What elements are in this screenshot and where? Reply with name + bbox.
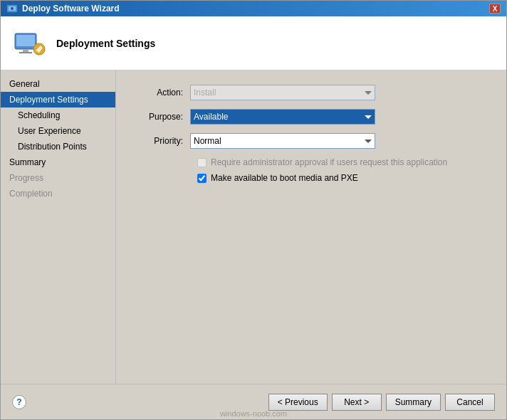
- boot-media-checkbox[interactable]: [197, 174, 207, 183]
- help-button[interactable]: ?: [12, 395, 26, 409]
- priority-label: Priority:: [133, 136, 190, 146]
- svg-point-2: [11, 7, 14, 10]
- admin-approval-checkbox[interactable]: [197, 158, 207, 167]
- wizard-window: Deploy Software Wizard X Deployment Sett…: [0, 0, 507, 420]
- sidebar-item-deployment-settings[interactable]: Deployment Settings: [1, 92, 115, 107]
- close-button[interactable]: X: [489, 4, 501, 14]
- action-control: Install: [190, 85, 375, 100]
- sidebar-item-scheduling[interactable]: Scheduling: [1, 107, 115, 123]
- content-area: General Deployment Settings Scheduling U…: [1, 70, 506, 384]
- header-icon: [12, 26, 46, 61]
- previous-button[interactable]: < Previous: [268, 394, 328, 411]
- purpose-control: Required Available: [190, 109, 375, 125]
- action-label: Action:: [133, 88, 190, 98]
- priority-row: Priority: Low Normal High: [133, 133, 489, 149]
- titlebar: Deploy Software Wizard X: [1, 1, 506, 16]
- boot-media-label: Make available to boot media and PXE: [211, 173, 358, 183]
- window-title: Deploy Software Wizard: [22, 4, 120, 14]
- svg-rect-5: [23, 49, 28, 52]
- sidebar-item-completion: Completion: [1, 186, 115, 201]
- header-banner: Deployment Settings: [1, 16, 506, 70]
- purpose-select[interactable]: Required Available: [190, 109, 375, 125]
- svg-rect-4: [16, 35, 35, 46]
- purpose-row: Purpose: Required Available: [133, 109, 489, 125]
- window-icon: [6, 3, 18, 14]
- sidebar-item-general[interactable]: General: [1, 76, 115, 92]
- admin-approval-label: Require administrator approval if users …: [211, 157, 447, 167]
- priority-select[interactable]: Low Normal High: [190, 133, 375, 149]
- sidebar-item-distribution-points[interactable]: Distribution Points: [1, 139, 115, 154]
- titlebar-left: Deploy Software Wizard: [6, 3, 120, 14]
- cancel-button[interactable]: Cancel: [445, 394, 495, 411]
- admin-approval-row: Require administrator approval if users …: [197, 157, 489, 167]
- footer: ? < Previous Next > Summary Cancel windo…: [1, 384, 506, 419]
- header-title: Deployment Settings: [56, 38, 155, 49]
- purpose-label: Purpose:: [133, 112, 190, 122]
- priority-control: Low Normal High: [190, 133, 375, 149]
- summary-button[interactable]: Summary: [386, 394, 441, 411]
- next-button[interactable]: Next >: [332, 394, 382, 411]
- sidebar-item-summary[interactable]: Summary: [1, 154, 115, 170]
- watermark: windows-noob.com: [220, 409, 287, 418]
- action-row: Action: Install: [133, 85, 489, 100]
- sidebar-item-user-experience[interactable]: User Experience: [1, 123, 115, 139]
- main-panel: Action: Install Purpose: Required Availa…: [116, 70, 506, 384]
- sidebar: General Deployment Settings Scheduling U…: [1, 70, 116, 384]
- boot-media-row: Make available to boot media and PXE: [197, 173, 489, 183]
- sidebar-item-progress: Progress: [1, 170, 115, 186]
- svg-rect-6: [19, 52, 32, 53]
- action-select[interactable]: Install: [190, 85, 375, 100]
